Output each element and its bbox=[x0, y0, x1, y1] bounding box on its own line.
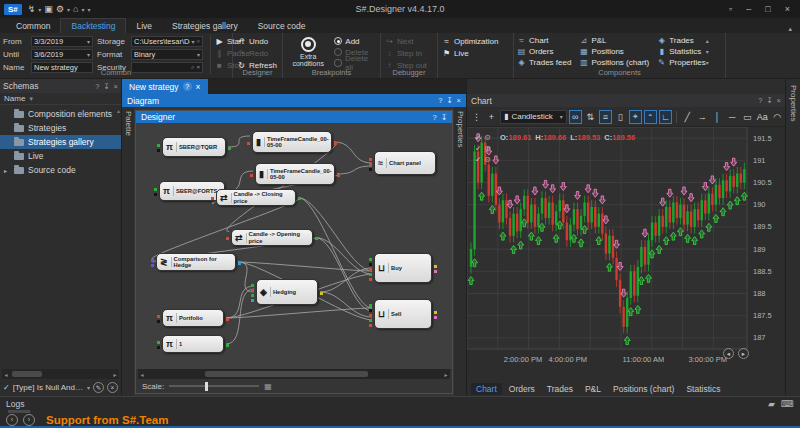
port-l[interactable] bbox=[369, 304, 372, 307]
component-positions[interactable]: ▦Positions bbox=[579, 46, 649, 57]
port-l[interactable] bbox=[157, 320, 160, 323]
minimize-button[interactable]: – bbox=[746, 4, 751, 14]
port-r[interactable] bbox=[315, 237, 318, 240]
app-logo[interactable]: S# bbox=[4, 4, 22, 15]
scrollbar-thumb[interactable] bbox=[205, 371, 368, 377]
port-l[interactable] bbox=[369, 273, 372, 276]
port-r[interactable] bbox=[434, 265, 437, 268]
port-l[interactable] bbox=[154, 188, 157, 191]
port-r[interactable] bbox=[434, 316, 437, 319]
wire[interactable] bbox=[334, 142, 372, 163]
help-icon[interactable]: ? bbox=[183, 82, 192, 91]
node-1[interactable]: π1 bbox=[162, 335, 224, 353]
components-caret-icon[interactable]: ▾ bbox=[706, 48, 709, 55]
node-candle-opening-price[interactable]: ⇄Candle -> Opening price bbox=[231, 229, 313, 246]
scroll-up-icon[interactable]: ▴ bbox=[117, 107, 120, 114]
wire[interactable] bbox=[315, 238, 372, 275]
float-window-button[interactable]: ▫ bbox=[729, 4, 732, 14]
node-portfolio[interactable]: πPortfolio bbox=[162, 309, 224, 327]
component-chart[interactable]: ≈Chart bbox=[517, 35, 571, 46]
scale-slider[interactable] bbox=[169, 385, 259, 387]
ribbon-tab-common[interactable]: Common bbox=[6, 18, 60, 33]
sidebar-item-strategies[interactable]: Strategies bbox=[0, 121, 121, 135]
port-r[interactable] bbox=[238, 262, 241, 265]
draw-rect-button[interactable]: ▭ bbox=[741, 110, 754, 124]
port-l[interactable] bbox=[250, 174, 253, 177]
home-caret[interactable]: ▾ bbox=[81, 6, 84, 13]
wire[interactable] bbox=[238, 262, 372, 271]
search-icon[interactable]: ⌕ bbox=[197, 38, 200, 45]
port-r[interactable] bbox=[434, 270, 437, 273]
port-l[interactable] bbox=[251, 284, 254, 287]
gear-icon[interactable]: ⚙ bbox=[56, 4, 64, 14]
node-comparison-for-hedge[interactable]: ≷Comparison for Hedge bbox=[156, 253, 236, 271]
port-l[interactable] bbox=[251, 294, 254, 297]
until-date-field[interactable]: 3/6/2019▾ bbox=[31, 49, 93, 60]
condition-checkbox[interactable]: ✓ bbox=[3, 383, 10, 392]
ribbon-collapse-icon[interactable]: ▴ bbox=[788, 25, 792, 33]
wire[interactable] bbox=[337, 166, 372, 174]
ribbon-tab-strategies-gallery[interactable]: Strategies gallery bbox=[162, 18, 248, 33]
expander-icon[interactable]: ▸ bbox=[4, 167, 10, 174]
sidebar-item-source-code[interactable]: ▸Source code bbox=[0, 163, 121, 177]
node-candle-closing-price[interactable]: ⇄Candle -> Closing price bbox=[216, 189, 296, 206]
port-r[interactable] bbox=[226, 344, 229, 347]
ribbon-tab-live[interactable]: Live bbox=[126, 18, 162, 33]
components-caret-icon[interactable]: ▾ bbox=[706, 59, 709, 66]
component-trades-feed[interactable]: ◈Trades feed bbox=[517, 57, 571, 68]
node-sell[interactable]: ⊔Sell bbox=[374, 299, 432, 329]
controller-icon[interactable]: ⌨ bbox=[781, 399, 794, 409]
port-l[interactable] bbox=[369, 258, 372, 261]
chevron-down-icon[interactable]: ▾ bbox=[560, 113, 563, 120]
tab-new-strategy[interactable]: New strategy ? × bbox=[122, 79, 208, 94]
tree-filter-header[interactable]: Name ▼ bbox=[0, 93, 121, 105]
close-icon[interactable]: × bbox=[196, 82, 201, 92]
component-positions-chart[interactable]: ▥Positions (chart) bbox=[579, 57, 649, 68]
port-l[interactable] bbox=[251, 299, 254, 302]
ribbon-tab-source-code[interactable]: Source code bbox=[248, 18, 316, 33]
condition-text[interactable]: [Type] Is Null And Not Is... bbox=[13, 383, 84, 392]
diagram-canvas[interactable]: πSBER@TQBRπSBER@FORTS▮TimeFrameCandle_00… bbox=[136, 123, 452, 369]
pin-icon[interactable]: ↧ bbox=[441, 113, 447, 122]
format-select[interactable]: Binary▾ bbox=[131, 49, 203, 60]
port-l[interactable] bbox=[247, 142, 250, 145]
radio-add[interactable]: Add bbox=[334, 36, 377, 47]
port-l[interactable] bbox=[369, 263, 372, 266]
maximize-button[interactable]: □ bbox=[765, 4, 770, 14]
port-l[interactable] bbox=[211, 197, 214, 200]
port-l[interactable] bbox=[369, 158, 372, 161]
open-folder-icon[interactable]: ▰ bbox=[768, 399, 775, 409]
draw-text-button[interactable]: Aa bbox=[756, 110, 769, 124]
sidebar-item-live[interactable]: Live bbox=[0, 149, 121, 163]
filter-icon[interactable]: ▼ bbox=[28, 96, 34, 102]
port-r[interactable] bbox=[320, 292, 323, 295]
annotation-button[interactable]: “ bbox=[644, 110, 657, 124]
diagram-properties-tab[interactable]: Properties bbox=[454, 107, 466, 396]
port-l[interactable] bbox=[157, 341, 160, 344]
axes-button[interactable]: ∟ bbox=[659, 110, 672, 124]
gear-icon[interactable]: ⚙ bbox=[484, 144, 491, 153]
qat-overflow-caret[interactable]: ▾ bbox=[87, 6, 90, 13]
storage-field[interactable]: C:\Users\tesar\Do...▾⌕ bbox=[131, 36, 203, 47]
port-r[interactable] bbox=[334, 142, 337, 145]
canvas-hscrollbar[interactable]: ◂ ▸ bbox=[138, 369, 450, 379]
port-r[interactable] bbox=[228, 147, 231, 150]
port-r[interactable] bbox=[434, 311, 437, 314]
component-trades[interactable]: ◈Trades bbox=[657, 35, 705, 46]
status-back-button[interactable]: ‹ bbox=[6, 414, 18, 426]
help-icon[interactable]: ? bbox=[433, 113, 437, 122]
chart-tab-chart[interactable]: Chart bbox=[471, 383, 502, 395]
port-r[interactable] bbox=[337, 174, 340, 177]
chart-plot-area[interactable]: 191.5191190.5190189.5189188.5188187.5187… bbox=[467, 127, 785, 381]
port-l[interactable] bbox=[151, 259, 154, 262]
optimization-button[interactable]: ≈Optimization bbox=[442, 35, 510, 47]
wire[interactable] bbox=[238, 262, 254, 292]
chart-scroll-left-button[interactable]: ◂ bbox=[723, 348, 734, 359]
port-l[interactable] bbox=[226, 237, 229, 240]
node-timeframecandle-00-05-00[interactable]: ▮TimeFrameCandle_00-05-00 bbox=[252, 131, 332, 153]
port-l[interactable] bbox=[369, 168, 372, 171]
ribbon-tab-backtesting[interactable]: Backtesting bbox=[60, 18, 126, 33]
close-button[interactable]: × bbox=[785, 4, 790, 14]
chevron-down-icon[interactable]: ▾ bbox=[87, 38, 90, 45]
chart-tab-statistics[interactable]: Statistics bbox=[681, 383, 725, 395]
